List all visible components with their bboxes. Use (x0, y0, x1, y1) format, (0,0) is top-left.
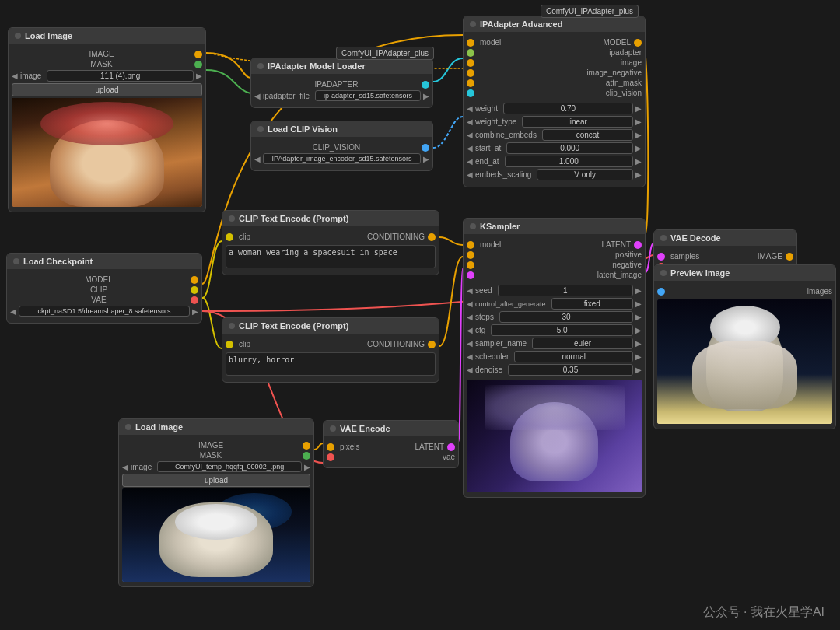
floating-label-mid: ComfyUI_IPAdapter_plus (336, 47, 434, 60)
control-value: fixed (551, 298, 633, 310)
node-row-model-in-ks: model LATENT (467, 240, 642, 249)
node-row-vae-in-encode: vae (327, 453, 455, 461)
port-image-out-decode (786, 253, 793, 261)
image-selector-row-bot[interactable]: ◀ image ComfyUI_temp_hqqfq_00002_.png ▶ (122, 461, 310, 472)
port-image-in (467, 59, 474, 67)
embeds-scaling-field[interactable]: ◀ embeds_scaling V only ▶ (467, 169, 642, 180)
node-clip-text-pos-title: CLIP Text Encode (Prompt) (222, 211, 439, 226)
port-model-out2 (191, 276, 198, 284)
preview-astronaut-image (657, 299, 832, 424)
port-attn-in (467, 79, 474, 87)
node-row-clipvision-in: clip_vision (467, 89, 642, 97)
negative-prompt-textarea[interactable]: blurry, horror (226, 352, 436, 376)
scheduler-value: normal (514, 351, 633, 362)
node-load-image-bottom: Load Image IMAGE MASK ◀ image ComfyUI_te… (118, 418, 314, 587)
node-row-image-out: IMAGE (12, 50, 202, 58)
end-at-field[interactable]: ◀ end_at 1.000 ▶ (467, 156, 642, 167)
port-samples-in (657, 253, 665, 261)
node-load-image-bottom-title: Load Image (119, 419, 313, 435)
image-selector-row[interactable]: ◀ image 111 (4).png ▶ (12, 70, 202, 82)
port-image-out-bot (303, 442, 310, 450)
steps-value: 30 (499, 311, 633, 323)
node-vae-encode: VAE Encode pixels LATENT vae (323, 420, 459, 468)
node-row-clip-in-neg: clip CONDITIONING (226, 340, 436, 348)
node-ksampler: KSampler model LATENT positive negative … (463, 218, 646, 498)
ipadapter-filename: ip-adapter_sd15.safetensors (315, 90, 421, 101)
port-pixels-in (327, 443, 334, 451)
node-row-clip-in-pos: clip CONDITIONING (226, 233, 436, 241)
node-row-neg-in: negative (467, 261, 642, 269)
node-row-images-in: images (657, 287, 832, 296)
port-model-in (467, 39, 474, 47)
weight-field[interactable]: ◀ weight 0.70 ▶ (467, 103, 642, 114)
clip-vision-file-row[interactable]: ◀ IPAdapter_image_encoder_sd15.safetenso… (254, 153, 429, 164)
node-ipadapter-model-title: IPAdapter Model Loader (251, 58, 432, 74)
node-ksampler-title: KSampler (464, 219, 645, 234)
node-load-checkpoint: Load Checkpoint MODEL CLIP VAE ◀ ckpt_na… (6, 253, 202, 324)
port-clip-in-neg (226, 341, 233, 348)
steps-field[interactable]: ◀ steps 30 ▶ (467, 311, 642, 323)
node-row-clipvision-out: CLIP_VISION (254, 143, 429, 152)
port-clip-in-pos (226, 233, 233, 241)
scheduler-field[interactable]: ◀ scheduler normal ▶ (467, 351, 642, 362)
ipadapter-file-row[interactable]: ◀ ipadapter_file ip-adapter_sd15.safeten… (254, 90, 429, 101)
denoise-field[interactable]: ◀ denoise 0.35 ▶ (467, 364, 642, 376)
port-latent-in (467, 271, 474, 279)
node-row-clip-out: CLIP (10, 285, 198, 294)
port-image-out (194, 51, 202, 58)
combine-embeds-field[interactable]: ◀ combine_embeds concat ▶ (467, 129, 642, 141)
astro-earth-image (122, 488, 310, 582)
node-row-image-in: image (467, 58, 642, 67)
port-conditioning-out-pos (428, 233, 436, 241)
node-clip-text-neg-title: CLIP Text Encode (Prompt) (222, 318, 439, 334)
image-filename: 111 (4).png (47, 70, 194, 82)
port-vae-in-encode (327, 453, 334, 461)
node-clip-text-pos: CLIP Text Encode (Prompt) clip CONDITION… (222, 210, 439, 275)
seed-value: 1 (498, 285, 633, 296)
node-row-latent-in: latent_image (467, 271, 642, 279)
node-vae-decode-title: VAE Decode (654, 230, 796, 246)
node-row-image-out-bot: IMAGE (122, 441, 310, 450)
cfg-field[interactable]: ◀ cfg 5.0 ▶ (467, 324, 642, 336)
positive-prompt-textarea[interactable]: a woman wearing a spacesuit in space (226, 245, 436, 268)
ckpt-file-row[interactable]: ◀ ckpt_naSD1.5/dreamshaper_8.safetensors… (10, 306, 198, 317)
node-row-mask-out-bot: MASK (122, 451, 310, 460)
control-after-gen-field[interactable]: ◀ control_after_generate fixed ▶ (467, 298, 642, 310)
node-ipadapter-advanced-title: IPAdapter Advanced (464, 16, 645, 32)
node-row-samples-in: samples IMAGE (657, 252, 793, 261)
node-row-attn-in: attn_mask (467, 79, 642, 87)
node-row-image-neg-in: image_negative (467, 68, 642, 77)
cfg-value: 5.0 (491, 324, 633, 336)
seed-field[interactable]: ◀ seed 1 ▶ (467, 285, 642, 296)
upload-button-bottom[interactable]: upload (122, 474, 310, 487)
node-load-image-top-title: Load Image (9, 28, 205, 44)
node-row-ipadapter-out: IPADAPTER (254, 80, 429, 89)
embeds-scaling-value: V only (537, 169, 633, 180)
node-load-image-top: Load Image IMAGE MASK ◀ image 111 (4).pn… (8, 27, 206, 212)
floating-label-top: ComfyUI_IPAdapter_plus (541, 5, 639, 18)
port-mask-out (194, 61, 202, 68)
node-row-ipadapter-in: ipadapter (467, 48, 642, 57)
port-model-in-ks (467, 241, 474, 249)
watermark: 公众号 · 我在火星学AI (703, 604, 824, 621)
weight-type-field[interactable]: ◀ weight_type linear ▶ (467, 116, 642, 128)
ksampler-preview-image (467, 380, 642, 492)
upload-button-top[interactable]: upload (12, 83, 202, 96)
node-canvas: ComfyUI_IPAdapter_plus ComfyUI_IPAdapter… (0, 0, 840, 630)
port-model-out (634, 39, 642, 47)
node-load-clip-vision: Load CLIP Vision CLIP_VISION ◀ IPAdapter… (250, 121, 433, 171)
start-at-field[interactable]: ◀ start_at 0.000 ▶ (467, 142, 642, 154)
port-mask-out-bot (303, 452, 310, 460)
node-row-model-out2: MODEL (10, 275, 198, 284)
node-row-pixels-in: pixels LATENT (327, 443, 455, 451)
combine-value: concat (542, 129, 633, 141)
port-pos-in (467, 251, 474, 259)
node-row-mask-out: MASK (12, 60, 202, 68)
end-at-value: 1.000 (505, 156, 633, 167)
sampler-name-field[interactable]: ◀ sampler_name euler ▶ (467, 338, 642, 349)
node-ipadapter-model: IPAdapter Model Loader IPADAPTER ◀ ipada… (250, 58, 433, 108)
node-preview-image: Preview Image images (653, 264, 836, 429)
denoise-value: 0.35 (508, 364, 633, 376)
node-row-pos-in: positive (467, 250, 642, 259)
node-row-model-inout: model MODEL (467, 38, 642, 47)
